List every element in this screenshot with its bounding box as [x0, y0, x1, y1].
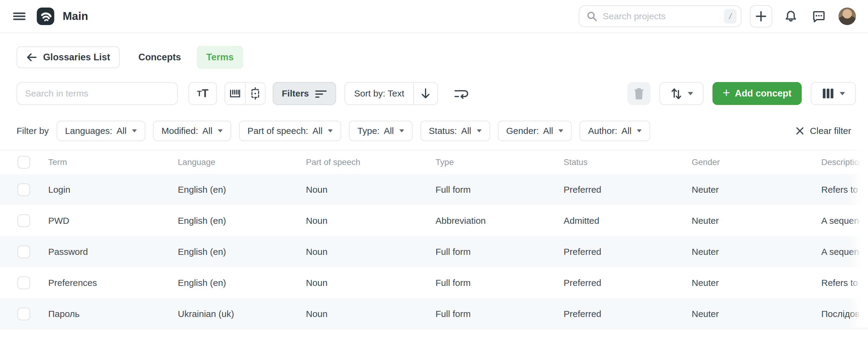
filter-languages[interactable]: Languages: All — [57, 121, 145, 141]
notifications-button[interactable] — [783, 8, 799, 24]
filter-lines-icon — [315, 88, 327, 99]
bell-icon — [784, 9, 798, 24]
description-cell: Послідовність — [818, 309, 868, 319]
filter-gender[interactable]: Gender: All — [498, 121, 572, 141]
select-all-checkbox[interactable] — [18, 156, 30, 169]
search-icon — [587, 11, 597, 22]
language-cell: English (en) — [175, 184, 303, 195]
wrap-lines-icon — [453, 86, 468, 101]
search-projects-input[interactable] — [603, 11, 724, 21]
filter-author[interactable]: Author: All — [580, 121, 650, 141]
language-cell: English (en) — [175, 216, 303, 226]
filter-modified[interactable]: Modified: All — [153, 121, 231, 141]
delete-terms-button[interactable] — [627, 82, 650, 105]
chevron-down-icon — [218, 130, 223, 133]
language-cell: English (en) — [175, 278, 303, 288]
gender-cell: Neuter — [689, 247, 818, 257]
back-to-glossaries-button[interactable]: Glossaries List — [17, 47, 120, 68]
status-cell: Preferred — [561, 309, 689, 319]
back-button-label: Glossaries List — [43, 52, 110, 63]
sort-direction-button[interactable] — [413, 83, 437, 104]
whole-word-toggle[interactable] — [225, 83, 245, 104]
table-row[interactable]: PWD English (en) Noun Abbreviation Admit… — [0, 205, 868, 236]
gender-cell: Neuter — [689, 184, 818, 195]
clear-filter-label: Clear filter — [810, 126, 851, 136]
add-concept-button[interactable]: + Add concept — [712, 82, 802, 105]
exact-match-toggle[interactable] — [245, 83, 265, 104]
type-cell: Full form — [433, 278, 561, 288]
type-cell: Full form — [433, 184, 561, 195]
arrow-down-icon — [421, 88, 431, 99]
filter-status[interactable]: Status: All — [421, 121, 490, 141]
selection-icon — [249, 87, 262, 100]
column-header-gender: Gender — [689, 158, 818, 167]
messages-button[interactable] — [811, 8, 827, 24]
sort-by-button[interactable]: Sort by: Text — [345, 83, 413, 104]
reorder-dropdown-button[interactable] — [659, 82, 704, 105]
column-header-term: Term — [45, 158, 175, 167]
part-of-speech-cell: Noun — [303, 247, 433, 257]
gender-cell: Neuter — [689, 216, 818, 226]
whole-word-icon — [228, 87, 242, 100]
language-cell: English (en) — [175, 247, 303, 257]
status-cell: Admitted — [561, 216, 689, 226]
plus-icon: + — [723, 87, 730, 99]
search-terms-input[interactable] — [17, 82, 178, 105]
table-row[interactable]: Login English (en) Noun Full form Prefer… — [0, 174, 868, 205]
column-header-language: Language — [175, 158, 303, 167]
chevron-down-icon — [688, 92, 693, 95]
type-cell: Full form — [433, 247, 561, 257]
crowdin-logo[interactable] — [37, 7, 54, 25]
row-checkbox[interactable] — [18, 308, 30, 320]
filter-part-of-speech[interactable]: Part of speech: All — [239, 121, 341, 141]
case-sensitive-toggle[interactable]: TT — [188, 82, 217, 105]
tab-terms[interactable]: Terms — [197, 46, 244, 69]
table-row[interactable]: Пароль Ukrainian (uk) Noun Full form Pre… — [0, 298, 868, 329]
column-header-description: Description (concept) — [818, 158, 868, 167]
table-row[interactable]: Preferences English (en) Noun Full form … — [0, 267, 868, 298]
part-of-speech-cell: Noun — [303, 184, 433, 195]
description-cell: Refers to the process — [818, 278, 868, 288]
user-avatar[interactable] — [838, 7, 856, 25]
create-project-button[interactable] — [750, 5, 772, 27]
term-cell: Preferences — [45, 278, 175, 288]
filter-pills: Languages: All Modified: All Part of spe… — [57, 121, 650, 141]
chevron-down-icon — [132, 130, 137, 133]
trash-icon — [632, 87, 645, 100]
term-cell: Login — [45, 184, 175, 195]
language-cell: Ukrainian (uk) — [175, 309, 303, 319]
row-checkbox[interactable] — [18, 215, 30, 227]
chevron-down-icon — [399, 130, 404, 133]
glossary-nav: Glossaries List Concepts Terms — [0, 46, 868, 69]
filters-button[interactable]: Filters — [273, 82, 336, 105]
status-cell: Preferred — [561, 247, 689, 257]
row-checkbox[interactable] — [18, 183, 30, 196]
gender-cell: Neuter — [689, 278, 818, 288]
part-of-speech-cell: Noun — [303, 278, 433, 288]
row-checkbox[interactable] — [18, 246, 30, 258]
glossary-terms-page: Main / Glossaries List Concepts — [0, 0, 868, 342]
clear-filter-button[interactable]: Clear filter — [795, 126, 851, 136]
chat-icon — [811, 9, 826, 24]
row-checkbox[interactable] — [18, 277, 30, 289]
columns-dropdown-button[interactable] — [811, 82, 856, 105]
description-cell: A sequence of — [818, 247, 868, 257]
wrap-lines-toggle[interactable] — [453, 85, 469, 102]
shortcut-badge: / — [724, 9, 737, 24]
x-icon — [795, 126, 804, 135]
filter-type[interactable]: Type: All — [349, 121, 412, 141]
part-of-speech-cell: Noun — [303, 216, 433, 226]
arrow-left-icon — [26, 53, 37, 62]
columns-icon — [822, 87, 835, 99]
page-title: Main — [63, 10, 88, 23]
match-mode-group — [224, 82, 266, 105]
top-bar: Main / — [0, 0, 868, 33]
hamburger-menu-icon[interactable] — [12, 9, 27, 24]
description-cell: A sequence of — [818, 216, 868, 226]
tab-concepts[interactable]: Concepts — [136, 46, 183, 69]
project-search[interactable]: / — [579, 5, 741, 27]
table-row[interactable]: Password English (en) Noun Full form Pre… — [0, 236, 868, 267]
status-cell: Preferred — [561, 184, 689, 195]
term-cell: Password — [45, 247, 175, 257]
gender-cell: Neuter — [689, 309, 818, 319]
